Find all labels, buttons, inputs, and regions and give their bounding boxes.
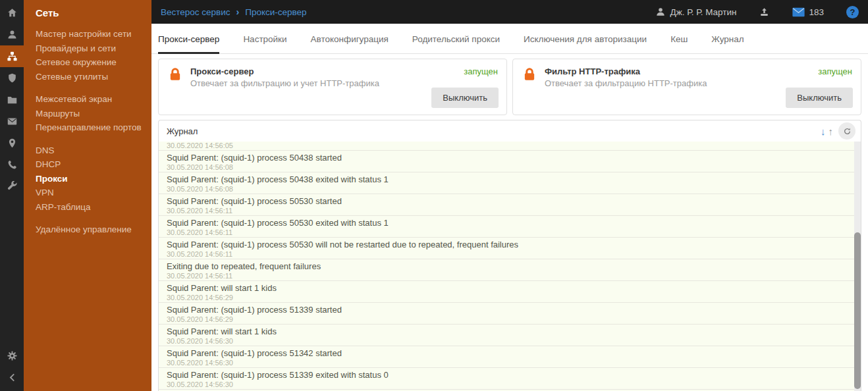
log-row[interactable]: Squid Parent: (squid-1) process 51339 st… [159,303,861,325]
log-timestamp: 30.05.2020 14:56:11 [167,272,853,280]
log-timestamp: 30.05.2020 14:56:11 [167,207,853,215]
log-row[interactable]: Squid Parent: (squid-1) process 50438 st… [159,151,861,172]
journal-header: Журнал ↓ ↑ [159,120,861,142]
breadcrumb-home[interactable]: Вестерос сервис [161,7,231,17]
log-timestamp: 30.05.2020 14:56:05 [167,142,853,150]
service-cards: Прокси-сервер Отвечает за фильтрацию и у… [158,59,861,115]
network-submenu: Сеть Мастер настройки сетиПровайдеры и с… [24,0,151,391]
sidebar-item-перенаправление-портов[interactable]: Перенаправление портов [24,120,151,135]
mail-count: 183 [809,7,824,17]
sidebar-item-arp-таблица[interactable]: ARP-таблица [24,200,151,215]
sidebar-item-межсетевой-экран[interactable]: Межсетевой экран [24,92,151,107]
card-proxy-server: Прокси-сервер Отвечает за фильтрацию и у… [158,59,507,115]
sidebar-item-dhcp[interactable]: DHCP [24,157,151,172]
tab-3[interactable]: Родительский прокси [412,34,500,53]
tools-icon[interactable] [0,176,24,197]
tab-0[interactable]: Прокси-сервер [158,34,219,53]
notifications-mail[interactable]: 183 [792,7,824,17]
mail-icon[interactable] [0,111,24,132]
topbar: Вестерос сервис › Прокси-сервер Дж. Р. Р… [151,0,868,24]
location-icon[interactable] [0,132,24,154]
lock-icon [167,65,184,86]
card-title: Фильтр HTTP-трафика [545,66,640,76]
sidebar-item-провайдеры-и-сети[interactable]: Провайдеры и сети [24,41,151,56]
chevron-right-icon: › [236,7,240,17]
refresh-icon[interactable] [838,122,855,140]
shield-icon[interactable] [0,67,24,89]
log-message: Squid Parent: (squid-1) process 50530 ex… [167,218,853,228]
log-timestamp: 30.05.2020 14:56:30 [167,337,853,346]
user-name: Дж. Р. Р. Мартин [670,7,737,17]
tab-1[interactable]: Настройки [243,34,286,53]
settings-gear-icon[interactable] [0,345,24,367]
log-message: Squid Parent: (squid-1) process 50438 ex… [167,174,853,185]
user-menu[interactable]: Дж. Р. Р. Мартин [655,7,737,17]
folder-icon[interactable] [0,89,24,111]
log-row[interactable]: Squid Parent: will start 1 kids30.05.202… [159,325,861,346]
log-message: Squid Parent: will start 1 kids [167,283,853,294]
log-timestamp: 30.05.2020 14:56:29 [167,315,853,324]
log-row[interactable]: Squid Parent: (squid-1) process 50438 ex… [159,172,861,194]
log-timestamp: 30.05.2020 14:56:08 [167,163,853,172]
submenu-group-1: Межсетевой экранМаршрутыПеренаправление … [24,92,151,135]
collapse-sidebar-icon[interactable] [0,367,24,388]
card-subtitle: Отвечает за фильтрацию и учет HTTP-трафи… [190,78,379,88]
log-message: Squid Parent: (squid-1) process 50530 wi… [167,240,853,250]
submenu-group-0: Мастер настройки сетиПровайдеры и сетиСе… [24,27,151,84]
network-icon[interactable] [0,45,24,67]
log-timestamp: 30.05.2020 14:56:11 [167,250,853,259]
log-timestamp: 30.05.2020 14:56:11 [167,228,853,237]
log-message: Squid Parent: (squid-1) process 50438 st… [167,153,853,163]
tab-4[interactable]: Исключения для авторизации [524,34,647,53]
sidebar-item-прокси[interactable]: Прокси [24,172,151,186]
sidebar-item-маршруты[interactable]: Маршруты [24,107,151,121]
log-row[interactable]: Squid Parent: (squid-1) process 50530 st… [159,194,861,216]
scrollbar-track[interactable] [854,142,861,391]
main-content: Прокси-серверНастройкиАвтоконфигурацияРо… [151,24,868,391]
log-message: Squid Parent: will start 1 kids [167,326,853,337]
help-icon[interactable]: ? [846,6,859,18]
card-http-filter: Фильтр HTTP-трафика Отвечает за фильтрац… [512,59,861,115]
upload-icon[interactable] [759,7,770,18]
scrollbar-thumb[interactable] [854,232,861,389]
log-message: Squid Parent: (squid-1) process 51339 ex… [167,370,853,380]
submenu-group-2: DNSDHCPПроксиVPNARP-таблица [24,143,151,215]
users-icon[interactable] [0,24,24,45]
log-row[interactable]: Exiting due to repeated, frequent failur… [159,259,861,281]
sidebar-item-мастер-настройки-сети[interactable]: Мастер настройки сети [24,27,151,41]
status-badge: запущен [464,66,498,76]
log-timestamp: 30.05.2020 14:56:08 [167,185,853,194]
disable-proxy-button[interactable]: Выключить [431,88,499,108]
card-subtitle: Отвечает за фильтрацию HTTP-трафика [545,78,707,88]
tab-6[interactable]: Журнал [711,34,744,53]
home-icon[interactable] [0,2,24,24]
log-row[interactable]: Squid Parent: will start 1 kids30.05.202… [159,281,861,303]
log-message: Squid Parent: (squid-1) process 51339 st… [167,305,853,315]
log-list: 30.05.2020 14:56:05Squid Parent: (squid-… [159,142,861,391]
sidebar-item-dns[interactable]: DNS [24,143,151,158]
log-row[interactable]: Squid Parent: (squid-1) process 51339 ex… [159,368,861,390]
log-timestamp: 30.05.2020 14:56:30 [167,359,853,367]
log-message: Squid Parent: (squid-1) process 50530 st… [167,196,853,207]
sidebar-item-vpn[interactable]: VPN [24,186,151,200]
log-row-partial[interactable]: 30.05.2020 14:56:05 [159,142,861,151]
sort-ascending-icon[interactable]: ↑ [828,126,834,136]
tab-2[interactable]: Автоконфигурация [311,34,389,53]
journal-panel: Журнал ↓ ↑ 30.05.2020 14:56:05Squid Pare… [158,120,861,391]
log-message: Squid Parent: (squid-1) process 51342 st… [167,348,853,359]
sort-descending-icon[interactable]: ↓ [820,126,827,136]
log-timestamp: 30.05.2020 14:56:30 [167,380,853,389]
log-row[interactable]: Squid Parent: (squid-1) process 50530 ex… [159,216,861,238]
sidebar-item-удалённое-управление[interactable]: Удалённое управление [24,222,151,237]
log-row[interactable]: Squid Parent: (squid-1) process 51342 st… [159,346,861,368]
submenu-title: Сеть [24,0,151,18]
phone-icon[interactable] [0,154,24,176]
log-row[interactable]: Squid Parent: (squid-1) process 50530 wi… [159,238,861,259]
tab-5[interactable]: Кеш [670,34,688,53]
breadcrumb-current[interactable]: Прокси-сервер [245,7,306,17]
disable-filter-button[interactable]: Выключить [786,88,853,108]
sidebar-item-сетевое-окружение[interactable]: Сетевое окружение [24,55,151,70]
sidebar-item-сетевые-утилиты[interactable]: Сетевые утилиты [24,70,151,84]
tab-bar: Прокси-серверНастройкиАвтоконфигурацияРо… [151,24,868,54]
user-avatar-icon [655,7,666,17]
